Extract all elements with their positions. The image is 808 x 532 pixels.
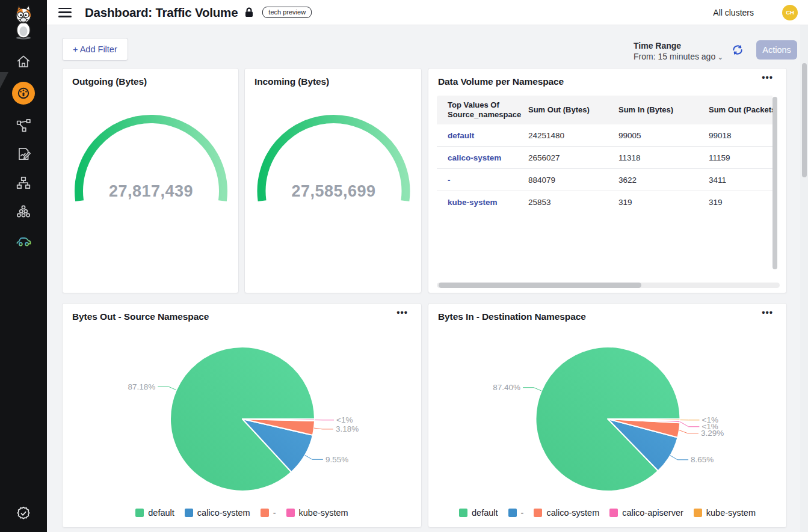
legend-item-kube-system[interactable]: kube-system — [694, 508, 756, 518]
sidebar-item-clusters[interactable] — [12, 203, 35, 220]
legend-swatch — [694, 509, 702, 517]
cluster-nodes-icon — [16, 204, 31, 219]
pie-label-line — [314, 428, 333, 429]
sidebar — [0, 0, 47, 532]
legend-label: default — [148, 508, 174, 518]
more-menu-icon[interactable]: ••• — [762, 72, 773, 82]
page-scrollbar — [800, 25, 808, 532]
cell-value: 11318 — [618, 153, 709, 162]
table-row: kube-system25853319319 — [437, 191, 773, 213]
page-title: Dashboard: Traffic Volume — [85, 5, 238, 20]
actions-button[interactable]: Actions — [756, 40, 797, 60]
cell-value: 99018 — [709, 131, 773, 140]
legend-label: calico-system — [197, 508, 250, 518]
namespace-link[interactable]: default — [437, 131, 528, 140]
pie-label: <1% — [336, 415, 353, 424]
legend-label: default — [472, 508, 498, 518]
card-bytes-in-pie: Bytes In - Destination Namespace ••• 87.… — [428, 303, 787, 528]
legend-item--[interactable]: - — [261, 508, 276, 518]
pie-label-line — [680, 422, 699, 427]
table-row: -88407936223411 — [437, 169, 773, 191]
namespace-link[interactable]: calico-system — [437, 153, 528, 162]
gauge-value: 27,817,439 — [109, 182, 193, 200]
table-row: default242514809900599018 — [437, 124, 773, 147]
add-filter-button[interactable]: + Add Filter — [62, 38, 128, 61]
legend-item-calico-apiserver[interactable]: calico-apiserver — [609, 508, 683, 518]
card-title: Incoming (Bytes) — [254, 76, 329, 87]
time-range-label: Time Range — [634, 41, 723, 50]
card-incoming-bytes: Incoming (Bytes) 27,585,699 — [244, 68, 422, 293]
card-bytes-out-pie: Bytes Out - Source Namespace ••• 87.18%9… — [62, 303, 422, 528]
time-range-dropdown[interactable]: From: 15 minutes ago⌄ — [634, 52, 723, 61]
pie-label: 87.40% — [493, 383, 520, 392]
legend-label: calico-system — [546, 508, 599, 518]
pie-label-line — [523, 388, 541, 391]
cell-value: 11159 — [709, 153, 773, 162]
refresh-icon — [732, 44, 744, 56]
legend-swatch — [534, 509, 542, 517]
tech-preview-badge: tech preview — [262, 7, 312, 18]
refresh-button[interactable] — [730, 43, 745, 58]
bytes-out-pie-chart: 87.18%9.55%3.18%<1% — [63, 304, 422, 506]
menu-button[interactable] — [58, 8, 72, 17]
cell-value: 2656027 — [528, 153, 618, 162]
sidebar-item-network[interactable] — [12, 174, 35, 191]
legend-label: kube-system — [706, 508, 756, 518]
legend-item--[interactable]: - — [508, 508, 524, 518]
cell-value: 3622 — [618, 176, 709, 185]
legend-item-calico-system[interactable]: calico-system — [534, 508, 599, 518]
namespace-link[interactable]: - — [437, 176, 528, 185]
legend-swatch — [286, 509, 295, 517]
chart-legend: defaultcalico-system-kube-system — [63, 508, 421, 518]
legend-swatch — [185, 509, 193, 517]
table-header-row: Top Values Of Source_namespaceSum Out (B… — [437, 96, 773, 124]
legend-swatch — [459, 509, 467, 517]
pie-label-line — [679, 430, 699, 433]
sidebar-item-reports[interactable] — [12, 145, 35, 162]
cell-value: 25853 — [528, 198, 618, 207]
outgoing-gauge-chart: 27,817,439 — [63, 96, 239, 246]
legend-item-calico-system[interactable]: calico-system — [185, 508, 250, 518]
sidebar-item-service-graph[interactable] — [12, 117, 35, 133]
car-icon — [15, 232, 32, 249]
dashboard-content: + Add Filter Time Range From: 15 minutes… — [47, 25, 808, 532]
column-header: Top Values Of Source_namespace — [437, 100, 528, 120]
pie-label: <1% — [702, 415, 718, 424]
legend-item-kube-system[interactable]: kube-system — [286, 508, 348, 518]
card-title: Data Volume per Namespace — [438, 76, 564, 87]
legend-label: - — [273, 508, 276, 518]
legend-label: kube-system — [299, 508, 348, 518]
sidebar-item-home[interactable] — [12, 53, 35, 70]
sidebar-item-dashboards[interactable] — [12, 82, 35, 105]
pie-label: 3.18% — [336, 424, 359, 433]
scrollbar-thumb[interactable] — [773, 97, 777, 269]
time-range-block: Time Range From: 15 minutes ago⌄ — [634, 41, 723, 61]
app-logo-cat[interactable] — [11, 5, 35, 41]
cluster-selector[interactable]: All clusters — [713, 8, 754, 17]
cell-value: 319 — [618, 198, 709, 207]
verified-badge-icon — [16, 506, 31, 521]
cell-value: 99005 — [618, 131, 709, 140]
pie-label-line — [158, 387, 176, 390]
pie-label-line — [670, 456, 688, 460]
pie-label: 8.65% — [691, 455, 714, 464]
sidebar-item-compliance[interactable] — [0, 506, 47, 521]
pie-label: 87.18% — [128, 382, 156, 391]
chevron-down-icon: ⌄ — [717, 53, 723, 61]
sidebar-item-traffic[interactable] — [12, 232, 35, 249]
legend-item-default[interactable]: default — [135, 508, 174, 518]
cell-value: 3411 — [709, 176, 773, 185]
legend-item-default[interactable]: default — [459, 508, 498, 518]
legend-swatch — [261, 509, 269, 517]
cat-mascot-icon — [11, 5, 35, 41]
namespace-link[interactable]: kube-system — [437, 198, 528, 207]
avatar[interactable]: CH — [782, 5, 798, 20]
pie-label-line — [305, 455, 323, 459]
pie-label: 9.55% — [325, 455, 348, 464]
gauge-icon — [16, 86, 31, 100]
table-scroll-area[interactable]: Top Values Of Source_namespaceSum Out (B… — [437, 96, 773, 276]
legend-swatch — [508, 509, 517, 517]
home-icon — [16, 54, 31, 69]
scrollbar-thumb[interactable] — [439, 283, 641, 288]
scrollbar-thumb[interactable] — [802, 63, 807, 177]
